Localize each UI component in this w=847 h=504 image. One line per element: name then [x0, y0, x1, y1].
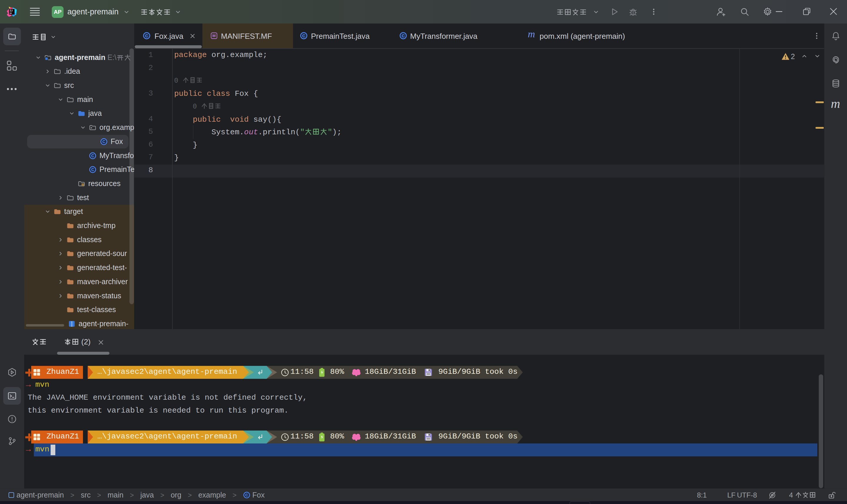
svg-text:IJ: IJ — [10, 10, 13, 12]
svg-text:M: M — [212, 34, 215, 38]
